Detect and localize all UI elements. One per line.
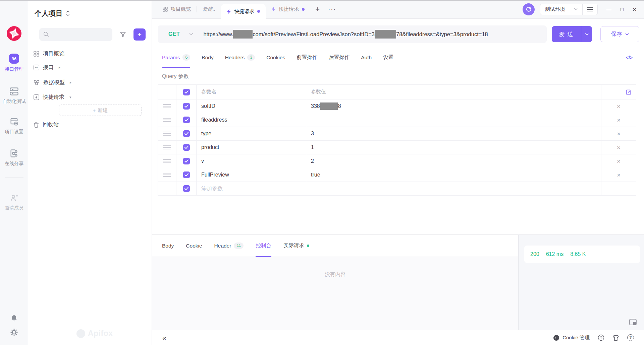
url-input-group[interactable]: GET https://www.com/soft/Preview/FirstLo…	[158, 25, 547, 43]
help-icon[interactable]: ?	[627, 334, 634, 341]
param-value-cell[interactable]: 3	[306, 127, 601, 140]
caret-right-icon[interactable]: ▸	[70, 80, 72, 85]
plus-icon: +	[93, 108, 96, 113]
tab-quick-request-2[interactable]: 快捷请求	[266, 0, 310, 18]
save-button[interactable]: 保存	[600, 26, 639, 42]
tab-project-overview[interactable]: 项目概览	[157, 0, 197, 18]
drag-handle-icon[interactable]	[163, 104, 171, 109]
apifox-logo-icon[interactable]	[7, 26, 21, 41]
caret-right-icon[interactable]: ▸	[59, 65, 61, 70]
request-tabs: Params 6 Body Headers 3 Cookies 前置操作 后置操…	[152, 47, 644, 68]
sidebar-item-project-settings[interactable]: 项目设置	[0, 117, 28, 135]
tab-body[interactable]: Body	[202, 47, 213, 68]
tab-console[interactable]: 控制台	[256, 235, 271, 257]
param-value-cell[interactable]: 3388	[306, 99, 601, 113]
maximize-button[interactable]: □	[621, 6, 624, 12]
environment-select[interactable]: 测试环境	[540, 6, 582, 12]
url-input[interactable]: https://www.com/soft/Preview/FirstLoadPr…	[203, 30, 488, 39]
param-value-cell[interactable]: 1	[306, 141, 601, 154]
close-button[interactable]: ×	[633, 5, 637, 13]
sidebar-item-project-overview[interactable]: 项目概览	[29, 47, 152, 60]
param-value-cell[interactable]: true	[306, 168, 601, 182]
delete-row-icon[interactable]: ×	[617, 144, 621, 151]
project-switcher[interactable]: 个人项目	[35, 9, 70, 18]
send-button[interactable]: 发 送	[552, 26, 592, 42]
env-sync-button[interactable]	[523, 3, 535, 15]
param-value-cell[interactable]	[306, 113, 601, 127]
select-all-checkbox[interactable]	[183, 89, 190, 95]
add-tab-button[interactable]: +	[310, 5, 325, 14]
send-options-chevron[interactable]	[581, 33, 592, 36]
sidebar-item-quick-requests[interactable]: 快捷请求 ▾	[29, 90, 152, 104]
row-checkbox[interactable]	[183, 130, 190, 137]
lightning-icon	[227, 9, 231, 14]
row-checkbox[interactable]	[183, 158, 190, 164]
bulk-edit-icon[interactable]	[626, 89, 631, 95]
delete-row-icon[interactable]: ×	[617, 158, 621, 164]
row-checkbox[interactable]	[183, 144, 190, 151]
param-name-cell[interactable]: product	[197, 141, 306, 154]
chevron-down-icon[interactable]	[189, 33, 193, 36]
param-value-cell[interactable]: 2	[306, 154, 601, 168]
minimize-button[interactable]: —	[606, 6, 611, 12]
tab-overflow-button[interactable]: ···	[325, 6, 339, 13]
filter-button[interactable]	[116, 28, 129, 41]
delete-row-icon[interactable]: ×	[617, 131, 621, 137]
tab-response-body[interactable]: Body	[162, 235, 174, 257]
drag-handle-icon[interactable]	[163, 159, 171, 163]
delete-row-icon[interactable]: ×	[617, 117, 621, 123]
tree-item-label: 数据模型	[43, 79, 65, 86]
method-select[interactable]: GET	[158, 31, 180, 37]
tab-cookies[interactable]: Cookies	[266, 47, 285, 68]
drag-handle-icon[interactable]	[163, 118, 171, 122]
tab-response-cookie[interactable]: Cookie	[186, 235, 202, 257]
tab-post-actions[interactable]: 后置操作	[329, 47, 350, 68]
upload-icon[interactable]	[598, 334, 604, 341]
tab-response-header[interactable]: Header 11	[214, 235, 244, 257]
sidebar-item-automated-testing[interactable]: 自动化测试	[0, 87, 28, 105]
status-bar-right: Cookie 管理 ?	[553, 334, 634, 341]
notifications-bell-icon[interactable]	[10, 314, 18, 322]
add-param-placeholder[interactable]: 添加参数	[197, 182, 306, 195]
row-checkbox[interactable]	[183, 103, 190, 110]
sidebar-item-online-share[interactable]: 在线分享	[0, 149, 28, 167]
param-name-cell[interactable]: fileaddress	[197, 113, 306, 127]
param-name-cell[interactable]: v	[197, 154, 306, 168]
caret-down-icon[interactable]: ▾	[69, 95, 71, 99]
drag-handle-icon[interactable]	[163, 145, 171, 150]
cookie-manager-button[interactable]: Cookie 管理	[553, 335, 590, 341]
tab-headers[interactable]: Headers 3	[225, 47, 255, 68]
row-checkbox[interactable]	[183, 171, 190, 178]
sidebar-item-recycle-bin[interactable]: 回收站	[29, 118, 152, 131]
collapse-sidebar-icon[interactable]: «	[162, 334, 166, 341]
delete-row-icon[interactable]: ×	[617, 103, 621, 110]
param-name-cell[interactable]: type	[197, 127, 306, 140]
sidebar-item-data-models[interactable]: 数据模型 ▸	[29, 76, 152, 89]
drag-handle-icon[interactable]	[163, 131, 171, 136]
settings-gear-icon[interactable]	[10, 328, 18, 336]
new-quick-request-button[interactable]: + 新建	[59, 105, 142, 116]
row-checkbox[interactable]	[183, 185, 190, 192]
tab-quick-request-active[interactable]: 快捷请求	[221, 4, 266, 19]
theme-shirt-icon[interactable]	[612, 335, 619, 341]
generate-code-icon[interactable]: </>	[626, 55, 633, 60]
param-name-cell[interactable]: softID	[197, 99, 306, 113]
sidebar-item-apis[interactable]: 96 接口 ▸	[29, 61, 152, 74]
tab-auth[interactable]: Auth	[361, 47, 372, 68]
row-checkbox[interactable]	[183, 117, 190, 123]
new-item-button[interactable]: +	[133, 28, 146, 41]
panel-layout-icon[interactable]	[629, 319, 637, 325]
tab-params[interactable]: Params 6	[162, 47, 190, 68]
sidebar-item-invite-member[interactable]: 邀请成员	[0, 194, 28, 211]
main-menu-button[interactable]	[583, 4, 597, 15]
tab-new[interactable]: 新建..	[197, 0, 221, 18]
tab-pre-actions[interactable]: 前置操作	[297, 47, 317, 68]
sidebar-item-api-management[interactable]: 96 接口管理	[0, 54, 28, 72]
tab-settings[interactable]: 设置	[383, 47, 393, 68]
delete-row-icon[interactable]: ×	[617, 172, 621, 178]
param-name-cell[interactable]: FullPreview	[197, 168, 306, 182]
tab-label: Cookie	[186, 243, 202, 249]
drag-handle-icon[interactable]	[163, 172, 171, 177]
tab-actual-request[interactable]: 实际请求	[283, 235, 309, 257]
search-input[interactable]	[52, 28, 110, 41]
